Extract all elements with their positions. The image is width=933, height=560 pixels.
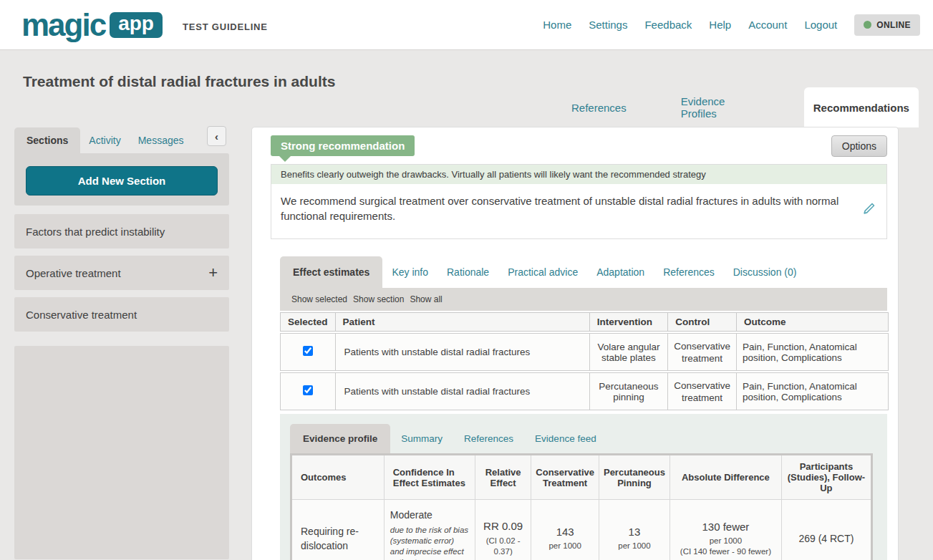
sidebar-sections-panel: Add New Section [14, 153, 229, 206]
col-header-outcomes: Outcomes [291, 455, 385, 500]
tab-references-inner[interactable]: References [654, 256, 724, 288]
pico-row-percutaneous[interactable]: Patients with unstable distal radial fra… [280, 372, 889, 410]
app-logo[interactable]: magic app [21, 9, 163, 41]
tab-evidence-profiles[interactable]: Evidence Profiles [654, 95, 785, 120]
tab-discussion[interactable]: Discussion (0) [724, 256, 806, 288]
col-header-conservative: Conservative Treatment [531, 455, 599, 500]
col-header-percutaneous: Percutaneous Pinning [599, 455, 669, 500]
nav-logout[interactable]: Logout [804, 19, 837, 31]
sidebar-item-operative[interactable]: Operative treatment + [14, 256, 229, 290]
tab-references[interactable]: References [544, 102, 654, 114]
section-label: Factors that predict instability [26, 226, 165, 238]
evidence-outcome: Requiring re-dislocation [291, 500, 385, 560]
tab-key-info[interactable]: Key info [382, 256, 438, 288]
nav-help[interactable]: Help [709, 19, 731, 31]
sidebar-item-factors[interactable]: Factors that predict instability [14, 214, 229, 248]
strength-badge: Strong recommendation [271, 135, 415, 156]
row-selected-checkbox[interactable] [303, 346, 313, 356]
tab-recommendations[interactable]: Recommendations [804, 87, 919, 127]
pico-intervention: Percutaneous pinning [589, 372, 668, 410]
tab-evidence-feed[interactable]: Evidence feed [524, 424, 607, 453]
col-header-intervention: Intervention [589, 312, 668, 332]
recommendation-box: Benefits clearly outweigh the drawbacks.… [271, 164, 887, 239]
relative-effect-value: RR 0.09 [481, 520, 525, 532]
app-header: magic app TEST GUIDELINE Home Settings F… [0, 0, 933, 50]
pico-intervention: Volare angular stable plates [589, 333, 668, 371]
online-dot-icon [864, 21, 871, 29]
pico-table: Selected Patient Intervention Control Ou… [280, 311, 889, 412]
confidence-rating: Moderate [390, 509, 469, 521]
nav-account[interactable]: Account [748, 19, 787, 31]
section-label: Conservative treatment [26, 309, 137, 321]
relative-effect-ci: (CI 0.02 - 0.37) [481, 536, 525, 557]
benefit-text-bar: Benefits clearly outweigh the drawbacks.… [271, 165, 886, 184]
recommendation-tabs: Effect estimates Key info Rationale Prac… [280, 255, 887, 288]
guideline-label: TEST GUIDELINE [183, 21, 268, 32]
nav-feedback[interactable]: Feedback [644, 19, 692, 31]
participants-value: 269 (4 RCT) [781, 500, 871, 560]
sidebar-empty-area [14, 346, 229, 559]
nav-settings[interactable]: Settings [589, 19, 627, 31]
intervention-rate: 13 [605, 526, 664, 538]
col-header-selected: Selected [280, 312, 335, 332]
col-header-participants: Participants (Studies), Follow-Up [781, 455, 871, 500]
col-header-outcome: Outcome [736, 312, 889, 332]
tab-summary[interactable]: Summary [390, 424, 453, 453]
intervention-rate-unit: per 1000 [605, 541, 664, 551]
add-new-section-button[interactable]: Add New Section [26, 166, 218, 195]
recommendation-text-wrap: We recommend surgical treatment over con… [271, 184, 886, 238]
options-button[interactable]: Options [831, 135, 887, 157]
control-rate: 143 [537, 526, 593, 538]
guideline-tabs: References Evidence Profiles Recommendat… [544, 87, 919, 127]
pico-control: Conservative treatment [667, 333, 736, 371]
evidence-row-redislocation[interactable]: Requiring re-dislocation Moderate due to… [291, 500, 872, 560]
logo-badge: app [110, 12, 163, 38]
logo-text: magic [21, 9, 105, 41]
nav-home[interactable]: Home [543, 19, 571, 31]
show-section-link[interactable]: Show section [353, 294, 404, 304]
col-header-control: Control [667, 312, 736, 332]
online-status-label: ONLINE [876, 20, 911, 30]
recommendation-detail-area: Effect estimates Key info Rationale Prac… [280, 255, 887, 560]
col-header-confidence: Confidence In Effect Estimates [384, 455, 475, 500]
recommendation-text: We recommend surgical treatment over con… [281, 193, 843, 223]
sidebar: Sections Activity Messages ‹ Add New Sec… [14, 126, 229, 559]
chevron-left-icon: ‹ [215, 130, 218, 143]
evidence-header-row: Outcomes Confidence In Effect Estimates … [291, 455, 872, 500]
section-label: Operative treatment [26, 267, 121, 279]
sidebar-tab-messages[interactable]: Messages [130, 127, 193, 153]
absolute-difference-value: 130 fewer [676, 521, 775, 533]
online-status-badge: ONLINE [854, 14, 920, 36]
evidence-profile-table: Outcomes Confidence In Effect Estimates … [290, 453, 873, 560]
tab-adaptation[interactable]: Adaptation [587, 256, 654, 288]
tab-evidence-references[interactable]: References [453, 424, 524, 453]
evidence-tabs: Evidence profile Summary References Evid… [290, 421, 877, 453]
show-filter-bar: Show selected Show section Show all [280, 288, 887, 311]
sidebar-tab-activity[interactable]: Activity [80, 127, 129, 153]
tab-evidence-profile[interactable]: Evidence profile [290, 424, 390, 453]
col-header-absolute-difference: Absolute Difference [669, 455, 781, 500]
pico-header-row: Selected Patient Intervention Control Ou… [280, 312, 889, 332]
show-selected-link[interactable]: Show selected [291, 294, 347, 304]
absolute-difference-ci: (CI 140 fewer - 90 fewer) [676, 546, 775, 557]
recommendation-header-row: Strong recommendation Options [271, 135, 887, 157]
tab-rationale[interactable]: Rationale [438, 256, 498, 288]
sidebar-collapse-button[interactable]: ‹ [207, 126, 226, 146]
evidence-panel: Evidence profile Summary References Evid… [280, 414, 887, 560]
pico-patient: Patients with unstable distal radial fra… [335, 333, 589, 371]
tab-effect-estimates[interactable]: Effect estimates [280, 256, 382, 288]
pico-row-volare[interactable]: Patients with unstable distal radial fra… [280, 333, 889, 371]
tab-practical-advice[interactable]: Practical advice [498, 256, 587, 288]
row-selected-checkbox[interactable] [303, 385, 313, 395]
pico-outcome: Pain, Function, Anatomical position, Com… [736, 333, 889, 371]
edit-pencil-icon[interactable] [862, 201, 876, 216]
sidebar-item-conservative[interactable]: Conservative treatment [14, 297, 229, 332]
sidebar-tab-sections[interactable]: Sections [14, 127, 80, 153]
page-title: Treatment of distal radial fractures in … [23, 73, 335, 90]
absolute-difference-unit: per 1000 [676, 536, 775, 546]
col-header-patient: Patient [335, 312, 589, 332]
expand-plus-icon[interactable]: + [208, 264, 218, 282]
control-rate-unit: per 1000 [537, 541, 593, 551]
show-all-link[interactable]: Show all [410, 294, 442, 304]
top-nav: Home Settings Feedback Help Account Logo… [543, 14, 920, 36]
